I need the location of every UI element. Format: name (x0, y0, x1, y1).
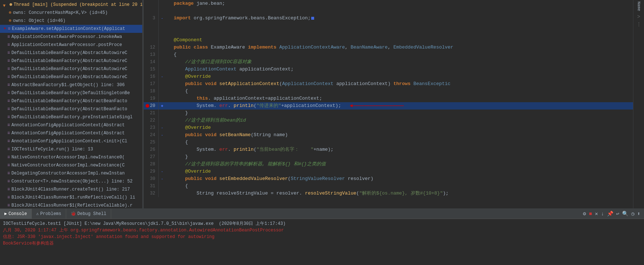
line-indicator-18 (158, 88, 166, 95)
current-frame[interactable]: ➤ ≡ ExampleAware.setApplicationContext(A… (0, 25, 142, 33)
frame-icon-16: ≡ (7, 154, 10, 161)
frame-3[interactable]: ≡ DefaultListableBeanFactory(AbstractAut… (0, 49, 142, 57)
frame-2[interactable]: ≡ ApplicationContextAwareProcessor.postP… (0, 41, 142, 49)
line-num-14: 14 (144, 58, 158, 66)
code-line-26: 26 System. err. println("当前bean的名字： "+na… (144, 146, 633, 153)
line-num-13: 13 (144, 51, 158, 58)
code-content-3: import org.springframework.beans.BeansEx… (171, 15, 633, 22)
line-fold (166, 22, 171, 29)
owns-icon-1: ⊛ (9, 9, 11, 16)
line-fold-12 (166, 44, 171, 51)
console-line-3: BookService有参构造器 (3, 240, 641, 247)
toolbar-pin[interactable]: 📌 (606, 210, 614, 218)
line-fold-28 (166, 161, 171, 168)
line-fold-31 (166, 183, 171, 190)
frame-20[interactable]: ≡ BlockJUnit4ClassRunner.createTest() li… (0, 185, 142, 193)
frame-16[interactable]: ≡ NativeConstructorAccessorImpl.newInsta… (0, 153, 142, 161)
frame-1[interactable]: ≡ ApplicationContextAwareProcessor.invok… (0, 33, 142, 41)
line-num-19: 19 (144, 95, 158, 102)
code-content-12: public class ExampleAware implements App… (171, 44, 633, 51)
toolbar-history[interactable]: ◷ (630, 210, 635, 218)
line-indicator-23: - (158, 124, 166, 131)
console-toolbar: ⚙ ■ ✕ ↓ 📌 ↩ 🔍 ◷ ⬆ (582, 210, 644, 218)
debug-shell-icon: 🐞 (71, 211, 76, 216)
frame-12[interactable]: ≡ AnnotationConfigApplicationContext(Abs… (0, 121, 142, 129)
frame-11[interactable]: ≡ DefaultListableBeanFactory.preInstanti… (0, 113, 142, 121)
code-line-24: 24 - public void setBeanName(String name… (144, 131, 633, 139)
frame-22[interactable]: ≡ BlockJUnit4ClassRunner$1(ReflectiveCal… (0, 201, 142, 208)
frame-18[interactable]: ≡ DelegatingConstructorAccessorImpl.newI… (0, 169, 142, 177)
code-content-16: @Override (171, 73, 633, 80)
code-content-24: public void setBeanName(String name) (171, 131, 633, 139)
left-panel[interactable]: ▼ ⊛ Thread [main] (Suspended (breakpoint… (0, 0, 143, 208)
code-content-15: ApplicationContext applicationContext; (171, 66, 633, 73)
frame-17[interactable]: ≡ NativeConstructorAccessorImpl.newInsta… (0, 161, 142, 169)
line-indicator-22 (158, 117, 166, 124)
right-btn-2[interactable]: ⋮ (636, 21, 641, 27)
toolbar-wrap[interactable]: ↩ (615, 210, 620, 218)
code-area[interactable]: package jane.bean; 3 - import or (144, 0, 633, 208)
frame-icon-9: ≡ (7, 97, 10, 105)
line-fold (166, 37, 171, 44)
owns-text-2: owns: Object (id=46) (13, 17, 65, 24)
toolbar-maximize[interactable]: ⬆ (637, 210, 641, 218)
frame-21[interactable]: ≡ BlockJUnit4ClassRunner$1.runReflective… (0, 193, 142, 201)
line-num (144, 0, 158, 7)
line-indicator (158, 29, 166, 37)
toolbar-filter[interactable]: 🔍 (621, 210, 629, 218)
toolbar-scroll[interactable]: ↓ (600, 210, 605, 218)
line-fold-18 (166, 88, 171, 95)
frame-9[interactable]: ≡ DefaultListableBeanFactory(AbstractBea… (0, 97, 142, 105)
code-content-21: } (171, 110, 633, 117)
frame-icon-20: ≡ (7, 186, 10, 193)
line-indicator-27 (158, 153, 166, 161)
code-line (144, 22, 633, 29)
code-line-21: 21 } (144, 110, 633, 117)
frame-8[interactable]: ≡ DefaultListableBeanFactory(DefaultSing… (0, 89, 142, 97)
code-content-30: public void setEmbeddedValueResolver(Str… (171, 175, 633, 183)
code-content-13: { (171, 51, 633, 58)
code-line-13: 13 { (144, 51, 633, 58)
frame-icon-2: ≡ (7, 41, 10, 49)
frame-5[interactable]: ≡ DefaultListableBeanFactory(AbstractAut… (0, 65, 142, 73)
line-num-30: 30 (144, 175, 158, 183)
line-num-18: 18 (144, 88, 158, 95)
frame-14[interactable]: ≡ AnnotationConfigApplicationContext.<in… (0, 137, 142, 145)
frame-4[interactable]: ≡ DefaultListableBeanFactory(AbstractAut… (0, 57, 142, 65)
line-fold (166, 29, 171, 37)
toolbar-stop[interactable]: ■ (588, 210, 592, 218)
frame-10[interactable]: ≡ DefaultListableBeanFactory(AbstractBea… (0, 105, 142, 113)
toolbar-settings[interactable]: ⚙ (582, 210, 587, 218)
code-line-16: 16 - @Override (144, 73, 633, 80)
owns-item-1: ⊛ owns: ConcurrentHashMap<K,V> (id=45) (0, 9, 142, 17)
code-content-22: //这个是得到当前bean的id (171, 117, 633, 124)
frame-19[interactable]: ≡ Constructor<T>.newInstance(Object...) … (0, 177, 142, 185)
frame-7[interactable]: ≡ AbstractBeanFactory$1.getObject() line… (0, 81, 142, 89)
code-content-25: { (171, 139, 633, 146)
current-frame-text: ExampleAware.setApplicationContext(Appli… (12, 25, 125, 32)
frame-13[interactable]: ≡ AnnotationConfigApplicationContext(Abs… (0, 129, 142, 137)
tab-debug-shell[interactable]: 🐞 Debug Shell (66, 209, 111, 219)
right-btn-1[interactable]: > (637, 14, 640, 20)
line-indicator-31 (158, 183, 166, 190)
code-content-27: } (171, 153, 633, 161)
tab-console[interactable]: ▶ Console (0, 209, 32, 219)
frame-6[interactable]: ≡ DefaultListableBeanFactory(AbstractAut… (0, 73, 142, 81)
line-indicator-29: - (158, 168, 166, 175)
frame-icon-4: ≡ (7, 57, 10, 65)
frame-15[interactable]: ≡ IOCTestLifeCycle.run() line: 13 (0, 145, 142, 153)
tab-problems[interactable]: ⚠ Problems (32, 209, 66, 219)
code-line-27: 27 } (144, 153, 633, 161)
line-indicator-20: ◆ (158, 102, 166, 110)
line-fold-27 (166, 153, 171, 161)
line-fold-17 (166, 80, 171, 88)
toolbar-clear[interactable]: ✕ (594, 210, 599, 218)
line-num-29: 29 (144, 168, 158, 175)
line-num-31: 31 (144, 183, 158, 190)
line-fold (166, 7, 171, 15)
line-num (144, 22, 158, 29)
console-output[interactable]: IOCTestLifeCycle.test1 [JUnit] E:\new Ja… (0, 219, 644, 265)
console-panel: ▶ Console ⚠ Problems 🐞 Debug Shell ⚙ ■ ✕… (0, 208, 644, 265)
frame-icon-17: ≡ (7, 162, 10, 169)
console-tab-label: Console (8, 211, 27, 216)
